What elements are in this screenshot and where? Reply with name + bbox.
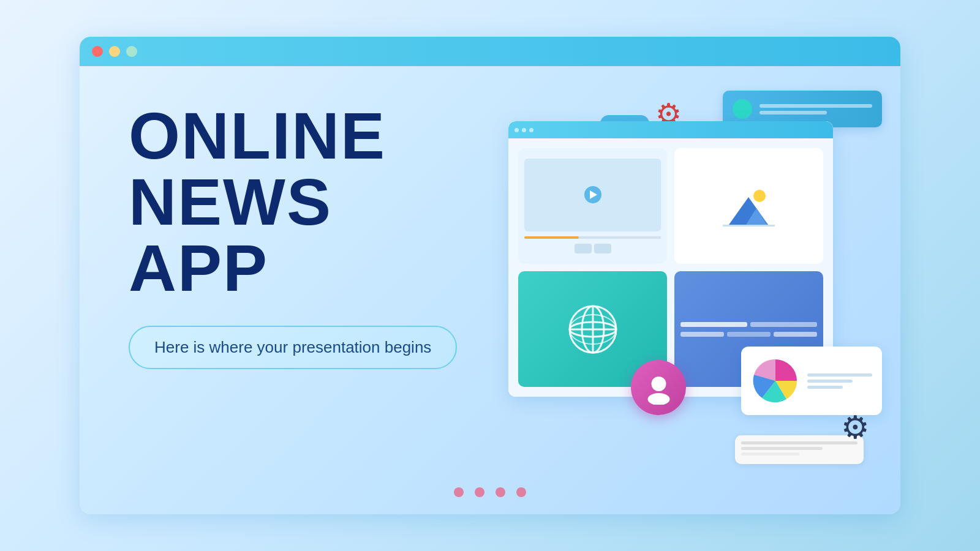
nav-dot-3[interactable] <box>496 487 505 497</box>
chart-lines <box>807 373 872 389</box>
maximize-dot[interactable] <box>126 46 137 57</box>
stat-bar-4 <box>727 332 771 337</box>
play-triangle-icon <box>590 190 597 199</box>
b-line-2 <box>741 447 823 450</box>
line-bar-short <box>760 111 827 114</box>
stat-bar-1 <box>680 322 747 327</box>
globe-svg-icon <box>565 302 620 357</box>
left-text-panel: ONLINE NEWS APP Here is where your prese… <box>129 103 472 369</box>
stat-bars-row <box>680 322 817 327</box>
right-illustration: ⚙ ♥ <box>496 84 876 464</box>
minimize-dot[interactable] <box>109 46 120 57</box>
inner-dot-1 <box>514 128 519 132</box>
video-controls <box>575 244 611 253</box>
subtitle-text: Here is where your presentation begins <box>154 338 431 356</box>
mountain-illustration <box>680 154 817 258</box>
presentation-frame: ONLINE NEWS APP Here is where your prese… <box>80 37 900 514</box>
chart-line-2 <box>807 380 853 383</box>
play-button[interactable] <box>584 186 601 203</box>
line-bar-full <box>760 104 872 108</box>
gear-dark-icon: ⚙ <box>841 409 870 446</box>
inner-dot-2 <box>522 128 526 132</box>
image-card <box>674 148 823 264</box>
nav-dot-4[interactable] <box>516 487 526 497</box>
teal-circle <box>733 99 752 119</box>
slide-nav-dots <box>454 487 526 497</box>
avatar-svg <box>642 371 676 405</box>
svg-marker-3 <box>723 225 775 227</box>
bottom-lines <box>741 441 858 458</box>
browser-chrome-bar <box>80 37 900 66</box>
stat-bar-3 <box>680 332 724 337</box>
svg-point-0 <box>753 190 766 202</box>
nav-dot-1[interactable] <box>454 487 464 497</box>
title-line3: APP <box>129 235 472 301</box>
subtitle-pill: Here is where your presentation begins <box>129 326 457 369</box>
video-progress-bar <box>524 236 661 239</box>
inner-dot-3 <box>529 128 533 132</box>
browser-traffic-lights <box>92 46 137 57</box>
video-progress-fill <box>524 236 579 239</box>
svg-point-12 <box>647 393 669 405</box>
slide-content: ONLINE NEWS APP Here is where your prese… <box>80 66 900 514</box>
stat-bar-5 <box>774 332 817 337</box>
chart-line-1 <box>807 373 872 377</box>
pie-chart-overlay <box>741 347 882 415</box>
pie-chart-svg <box>751 356 800 405</box>
title-line2: NEWS <box>129 169 472 235</box>
video-card <box>518 148 667 264</box>
title-line1: ONLINE <box>129 103 472 169</box>
ctrl-btn-1[interactable] <box>575 244 592 253</box>
line-group <box>760 104 872 114</box>
b-line-3 <box>741 452 799 455</box>
avatar-circle <box>631 360 686 415</box>
mountain-svg <box>723 185 775 228</box>
stat-bar-2 <box>750 322 817 327</box>
close-dot[interactable] <box>92 46 103 57</box>
stat-bars-row2 <box>680 332 817 337</box>
nav-dot-2[interactable] <box>475 487 484 497</box>
svg-point-11 <box>651 377 666 391</box>
b-line-1 <box>741 441 858 444</box>
inner-browser-bar <box>508 121 833 138</box>
pie-and-lines <box>751 356 872 405</box>
ctrl-btn-2[interactable] <box>594 244 611 253</box>
video-screen <box>524 159 661 231</box>
main-title: ONLINE NEWS APP <box>129 103 472 301</box>
chart-line-3 <box>807 386 843 389</box>
